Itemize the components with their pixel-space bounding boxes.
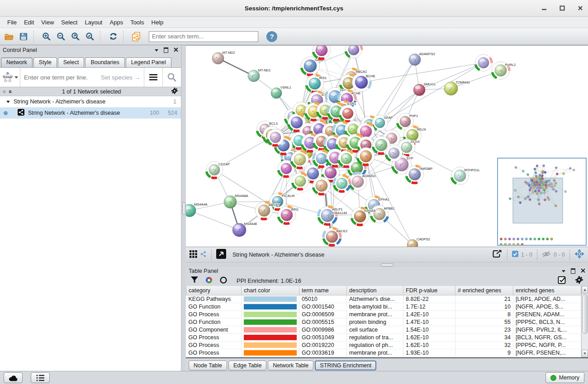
collapse-all-icon[interactable]: « [8,90,13,93]
tab-select[interactable]: Select [58,57,85,67]
close-panel-icon[interactable] [174,47,178,53]
network-canvas[interactable]: MT-ND2MT-ND1VSNL1SMUG1TOMM40ADAMTS2PVRL2… [186,45,588,247]
network-node-f32[interactable] [267,129,284,146]
table-row[interactable]: GO ProcessGO:0006509membrane prot...1.42… [186,311,581,318]
close-panel-icon[interactable] [581,268,585,274]
share-view-icon[interactable] [200,251,207,259]
string-search-icon[interactable] [162,68,181,87]
select-columns-icon[interactable] [558,276,566,286]
network-node-SMUG1[interactable]: SMUG1 [413,82,436,96]
tab-legend-panel[interactable]: Legend Panel [126,57,171,67]
search-input[interactable] [149,31,258,42]
settings-gear-icon[interactable] [575,276,583,286]
network-node-f5[interactable] [340,105,356,122]
clone-network-button[interactable] [130,30,142,43]
zoom-out-button[interactable] [55,30,67,43]
network-node-PVRL2[interactable]: PVRL2 [492,62,516,80]
table-row[interactable]: GO FunctionGO:0005515protein binding1.47… [186,318,581,326]
tab-style[interactable]: Style [33,57,57,67]
table-row[interactable]: GO ComponentGO:0009986cell surface1.54E-… [186,326,581,334]
network-node-VSNL1[interactable]: VSNL1 [271,85,291,98]
network-node-BACE2[interactable]: BACE2 [323,228,348,246]
scrollbar-thumb[interactable] [582,294,588,334]
birdseye-navigator[interactable] [497,158,587,246]
network-node-VIO1[interactable] [346,46,362,58]
column-header-category[interactable]: category [186,286,242,295]
table-scrollbar[interactable]: ▲ ▼ [581,286,588,357]
memory-button[interactable]: Memory [545,372,584,383]
menu-item-view[interactable]: View [38,18,57,27]
ring-icon[interactable] [219,276,228,286]
network-node-MS4A4E[interactable]: MS4A4E [232,222,257,237]
network-node-SNCA2[interactable] [313,46,331,59]
collection-expander-icon[interactable] [6,101,10,103]
column-header--enriched-genes[interactable]: # enriched genes [455,286,513,295]
task-list-button[interactable] [31,372,50,383]
save-session-button[interactable] [17,30,30,43]
string-term-input[interactable] [20,74,101,81]
refresh-icon[interactable] [107,30,119,43]
float-panel-icon[interactable] [571,268,575,274]
chart-icon[interactable] [205,276,213,286]
minimize-button[interactable] [541,5,547,11]
network-node-APLP1[interactable]: APLP1KIAA1149 [318,206,347,225]
column-header-fdr-p-value[interactable]: FDR p-value [403,286,455,295]
network-node-TARDBP[interactable]: TARDBP [406,166,433,183]
network-node-f25[interactable] [292,173,309,190]
network-node-TOMM40[interactable]: TOMM40 [444,80,470,95]
column-header-description[interactable]: description [347,286,403,295]
tab-node-table[interactable]: Node Table [189,361,227,370]
network-row-selected[interactable]: String Network - Alzheimer's disease 100… [0,108,181,119]
network-node-f20[interactable] [291,151,309,169]
string-options-icon[interactable] [144,68,162,87]
menu-item-tools[interactable]: Tools [127,18,147,27]
column-header-chart-color[interactable]: chart color [242,286,299,295]
string-dropdown-caret[interactable] [14,76,18,79]
network-node-BCHE[interactable]: BCHE [352,73,375,92]
vertical-splitter[interactable] [181,45,186,371]
network-collection-row[interactable]: String Network - Alzheimer's disease 1 [0,96,181,108]
network-options-gear-icon[interactable] [171,87,178,96]
network-node-GFAP[interactable]: GFAP [372,115,393,131]
close-button[interactable] [577,5,583,11]
table-row[interactable]: GO FunctionGO:0001540beta-amyloid bi...1… [186,303,581,311]
tab-string-enrichment[interactable]: STRING Enrichment [315,361,376,370]
maximize-button[interactable] [559,5,565,11]
birdseye-toggle-icon[interactable] [574,249,584,260]
table-row[interactable]: GO ProcessGO:0033619membrane prot...1.93… [186,349,581,357]
float-panel-icon[interactable] [164,47,168,53]
menu-item-help[interactable]: Help [148,18,167,27]
tab-boundaries[interactable]: Boundaries [85,57,124,67]
network-node-APBB1[interactable]: APBB1 [371,206,395,223]
network-node-MT-ND1[interactable]: MT-ND1 [248,68,270,82]
export-network-icon[interactable] [492,249,503,260]
network-node-BIN1[interactable]: BIN1 [278,206,299,224]
scroll-down-icon[interactable]: ▼ [582,350,588,357]
menu-item-file[interactable]: File [4,18,20,27]
open-session-button[interactable] [3,30,15,43]
panel-menu-icon[interactable] [562,270,565,272]
menu-item-select[interactable]: Select [57,18,81,27]
network-node-f30[interactable] [386,145,403,162]
table-row[interactable]: GO ProcessGO:0051049regulation of tra...… [186,334,581,342]
network-node-IRS1[interactable]: IRS1 [306,75,327,93]
detach-view-icon[interactable] [216,249,226,260]
menu-item-edit[interactable]: Edit [20,18,38,27]
tab-network[interactable]: Network [1,57,33,67]
column-header-enriched-genes[interactable]: enriched genes [513,286,581,295]
zoom-fit-button[interactable] [69,30,82,43]
filter-icon[interactable] [190,276,199,285]
network-node-MT-ND2[interactable]: MT-ND2 [212,51,235,64]
zoom-selected-button[interactable] [84,30,96,43]
help-icon[interactable]: ? [266,31,277,42]
network-node-VIO2[interactable] [475,55,492,71]
horizontal-splitter[interactable] [186,262,588,267]
string-logo-icon[interactable]: STRING [0,68,20,87]
column-header-term-name[interactable]: term name [299,286,347,295]
scroll-up-icon[interactable]: ▲ [582,286,588,294]
table-row[interactable]: KEGG Pathways05010Alzheimer's dise...8.8… [186,295,581,303]
tab-network-table[interactable]: Network Table [268,361,313,370]
tab-edge-table[interactable]: Edge Table [228,361,266,370]
table-row[interactable]: GO ProcessGO:0019220regulation of ph...1… [186,342,581,349]
network-node-f24[interactable] [357,148,375,165]
